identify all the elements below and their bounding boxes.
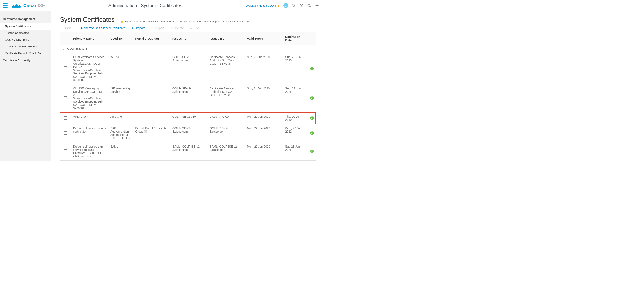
col-used-by[interactable]: Used By [108, 32, 133, 45]
sidebar-item[interactable]: Certificate Signing Requests [0, 43, 51, 50]
cell-portal-tag [133, 112, 170, 124]
cell-expiration: Sun, 22 Jun 2025 [283, 84, 308, 112]
cell-used-by: SAML [108, 142, 133, 161]
broken-image-icon [144, 130, 148, 133]
filter-icon[interactable] [62, 47, 65, 51]
svg-rect-6 [122, 21, 122, 22]
table-row[interactable]: Default self-signed saml server certific… [60, 142, 316, 161]
status-ok-icon [310, 96, 314, 100]
breadcrumb: Administration · System · Certificates [45, 3, 246, 8]
view-button[interactable]: View [190, 26, 201, 30]
row-checkbox[interactable] [64, 66, 67, 70]
cell-friendly-name: Default self-signed server certificate [71, 124, 108, 142]
toolbar: Edit Generate Self Signed Certificate Im… [60, 26, 316, 30]
cell-expiration: Sun, 22 Jun 2025 [283, 53, 308, 84]
row-checkbox[interactable] [64, 116, 67, 120]
sidebar-item[interactable]: OCSP Client Profile [0, 36, 51, 43]
brand-cisco: Cisco [24, 3, 36, 8]
export-button[interactable]: Export [150, 26, 164, 30]
ops-icon[interactable] [307, 4, 311, 8]
eval-mode-link[interactable]: Evaluation Mode 89 Days ▲ [246, 4, 280, 7]
table-row[interactable]: OU=Certificate Services System Certifica… [60, 53, 316, 84]
cell-portal-tag [133, 142, 170, 161]
cell-issued-to: GOLF-ISE-v2-3.cisco.com [170, 124, 208, 142]
status-ok-icon [310, 116, 314, 120]
warning-icon [120, 20, 124, 23]
delete-button[interactable]: Delete [170, 26, 184, 30]
col-issued-to[interactable]: Issued To [170, 32, 208, 45]
row-checkbox[interactable] [64, 149, 67, 153]
filter-label: GOLF-ISE-v2-3 [67, 47, 87, 50]
sidebar-item[interactable]: Trusted Certificates [0, 30, 51, 36]
cell-valid-from: Mon, 22 Jun 2020 [245, 142, 283, 161]
sidebar: Certificate Management⌵System Certificat… [0, 11, 51, 161]
svg-point-13 [190, 27, 192, 29]
sidebar-group-header[interactable]: Certificate Authority› [0, 57, 51, 64]
notification-badge[interactable]: 2 [284, 3, 288, 8]
cell-expiration: Thu, 20 Jun 2030 [283, 112, 308, 124]
hamburger-menu-icon[interactable]: ☰ [3, 2, 8, 9]
cell-used-by: EAP Authentication, Admin, Portal, RADIU… [108, 124, 133, 142]
search-icon[interactable] [292, 4, 296, 8]
cell-expiration: Wed, 22 Jun 2022 [283, 124, 308, 142]
cell-valid-from: Mon, 22 Jun 2020 [245, 112, 283, 124]
cell-status [308, 53, 316, 84]
status-ok-icon [310, 150, 314, 153]
cell-status [308, 112, 316, 124]
edit-button[interactable]: Edit [60, 26, 70, 30]
cell-friendly-name: OU=Certificate Services System Certifica… [71, 53, 108, 84]
import-icon [131, 26, 134, 30]
cell-valid-from: Sun, 21 Jun 2020 [245, 53, 283, 84]
svg-point-5 [317, 5, 318, 6]
svg-rect-7 [122, 22, 122, 22]
status-ok-icon [310, 67, 314, 70]
eval-mode-text: Evaluation Mode 89 Days [246, 4, 276, 7]
sidebar-item[interactable]: Certificate Periodic Check Se... [0, 50, 51, 57]
warning-triangle-icon: ▲ [277, 4, 280, 7]
cell-issued-to: GOLF-ISE-v2-3.cisco.com [170, 53, 208, 84]
cell-used-by: pxGrid [108, 53, 133, 84]
sidebar-group-title: Certificate Management [3, 18, 35, 21]
row-checkbox[interactable] [64, 131, 67, 135]
cell-friendly-name: APIC Client [71, 112, 108, 124]
cell-friendly-name: OU=ISE Messaging Service,CN=GOLF-ISE-v2-… [71, 84, 108, 112]
cell-issued-by: SAML_GOLF-ISE-v2-3.cisco.com [208, 142, 245, 161]
sidebar-group-header[interactable]: Certificate Management⌵ [0, 16, 51, 23]
cell-issued-by: Certificate Services Endpoint Sub CA - G… [208, 53, 245, 84]
row-checkbox[interactable] [64, 96, 67, 100]
cell-issued-by: Cisco APIC CA [208, 112, 245, 124]
import-button[interactable]: Import [131, 26, 145, 30]
table-group-row[interactable]: GOLF-ISE-v2-3 [60, 45, 316, 53]
sidebar-item[interactable]: System Certificates [0, 23, 51, 30]
col-valid-from[interactable]: Valid From [245, 32, 283, 45]
cell-used-by: ISE Messaging Service [108, 84, 133, 112]
col-issued-by[interactable]: Issued By [208, 32, 245, 45]
cell-issued-to: GOLF-ISE-v2-339 [170, 112, 208, 124]
svg-point-3 [302, 6, 302, 6]
cell-portal-tag: Default Portal Certificate Group [133, 124, 170, 142]
cisco-logo-icon [12, 4, 21, 8]
chevron-right-icon: › [47, 59, 48, 62]
col-expiration[interactable]: Expiration Date [283, 32, 308, 45]
gear-icon[interactable] [315, 4, 319, 8]
page-note: For disaster recovery it is recommended … [120, 20, 251, 24]
svg-line-14 [192, 28, 192, 29]
table-row[interactable]: OU=ISE Messaging Service,CN=GOLF-ISE-v2-… [60, 84, 316, 112]
svg-point-0 [292, 4, 294, 6]
brand[interactable]: Cisco ISE [12, 3, 45, 8]
cell-issued-to: SAML_GOLF-ISE-v2-3.cisco.com [170, 142, 208, 161]
cell-portal-tag [133, 53, 170, 84]
col-friendly-name[interactable]: Friendly Name [71, 32, 108, 45]
plus-icon [76, 26, 80, 30]
table-row[interactable]: Default self-signed server certificateEA… [60, 124, 316, 142]
page-note-text: For disaster recovery it is recommended … [125, 20, 251, 23]
col-portal-tag[interactable]: Portal group tag [133, 32, 170, 45]
help-icon[interactable] [300, 4, 304, 8]
generate-button[interactable]: Generate Self Signed Certificate [76, 26, 125, 30]
cell-used-by: Apic Client [108, 112, 133, 124]
trash-icon [170, 26, 173, 30]
cell-issued-to: GOLF-ISE-v2-3.cisco.com [170, 84, 208, 112]
magnifier-icon [190, 26, 193, 30]
table-row[interactable]: APIC ClientApic ClientGOLF-ISE-v2-339Cis… [60, 112, 316, 124]
page-title: System Certificates [60, 16, 114, 24]
